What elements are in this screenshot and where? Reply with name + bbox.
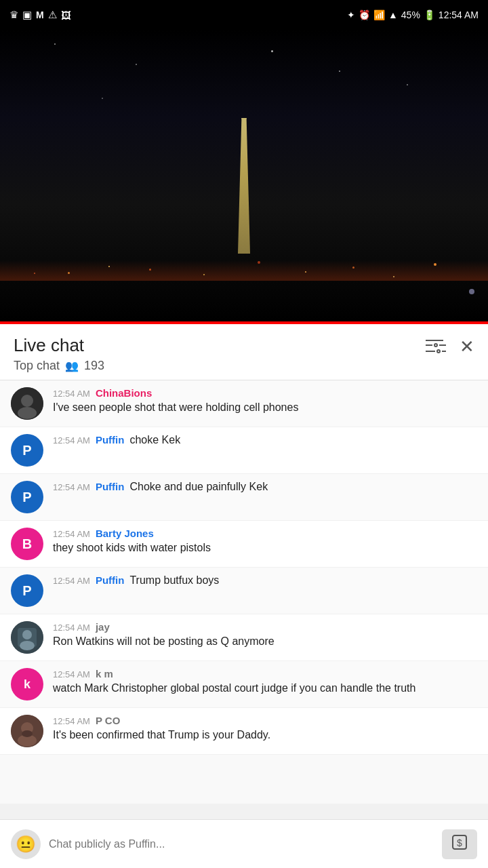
distant-light — [469, 289, 474, 294]
message-meta: 12:54 AM Puffin Trump butfux boys — [53, 574, 477, 587]
message-inline-text: Trump butfux boys — [129, 574, 219, 587]
filter-line-3b — [442, 351, 446, 352]
svg-text:$: $ — [457, 837, 462, 848]
table-row: P 12:54 AM Puffin choke Kek — [0, 427, 488, 474]
table-row: 12:54 AM jay Ron Watkins will not be pos… — [0, 614, 488, 661]
message-inline-text: choke Kek — [129, 434, 180, 446]
send-button[interactable]: $ — [442, 829, 477, 859]
table-row: 12:54 AM ChinaBions I've seen people sho… — [0, 380, 488, 427]
bluetooth-icon: ✦ — [347, 9, 355, 20]
filter-line-2a — [426, 344, 432, 346]
message-meta: 12:54 AM Puffin choke Kek — [53, 434, 477, 446]
status-bar: ♛ ▣ M ⚠ 🖼 ✦ ⏰ 📶 ▲ 45% 🔋 12:54 AM — [0, 0, 488, 30]
star — [407, 84, 408, 85]
chat-header-actions[interactable]: ✕ — [426, 338, 474, 355]
table-row: P 12:54 AM Puffin Choke and due painfull… — [0, 474, 488, 521]
alarm-icon: ⏰ — [359, 9, 370, 20]
filter-knob-2 — [436, 349, 441, 353]
filter-line-3a — [426, 351, 435, 352]
status-icons-left: ♛ ▣ M ⚠ 🖼 — [9, 9, 71, 21]
message-meta: 12:54 AM k m — [53, 668, 477, 679]
battery-text: 45% — [401, 9, 420, 20]
time-display: 12:54 AM — [439, 9, 479, 20]
m-icon: M — [36, 9, 44, 20]
send-icon: $ — [450, 833, 469, 855]
avatar: P — [11, 434, 43, 467]
chat-text-input[interactable] — [49, 829, 434, 859]
video-player[interactable] — [0, 30, 488, 321]
message-content: 12:54 AM Puffin Choke and due painfully … — [53, 481, 477, 493]
crown-icon: ♛ — [9, 9, 18, 21]
message-meta: 12:54 AM P CO — [53, 715, 477, 726]
wifi-icon: 📶 — [373, 9, 385, 20]
avatar — [11, 621, 43, 654]
message-author: ChinaBions — [96, 387, 152, 399]
image-icon: 🖼 — [61, 9, 71, 21]
message-time: 12:54 AM — [53, 529, 90, 539]
table-row: 12:54 AM P CO It's been confirmed that T… — [0, 708, 488, 755]
message-author: Puffin — [96, 574, 125, 586]
star — [271, 50, 273, 52]
top-chat-label: Top chat — [14, 359, 60, 373]
message-author: Puffin — [96, 481, 125, 492]
message-meta: 12:54 AM ChinaBions — [53, 387, 477, 399]
message-time: 12:54 AM — [53, 669, 90, 679]
message-time: 12:54 AM — [53, 435, 90, 446]
filter-knob — [434, 343, 438, 347]
battery-icon: 🔋 — [424, 9, 435, 20]
chat-header: Live chat Top chat 👥 193 ✕ — [0, 324, 488, 380]
svg-point-1 — [21, 395, 33, 407]
table-row: P 12:54 AM Puffin Trump butfux boys — [0, 568, 488, 614]
message-content: 12:54 AM Puffin choke Kek — [53, 434, 477, 446]
avatar — [11, 387, 43, 420]
viewer-count: 193 — [84, 359, 104, 373]
message-time: 12:54 AM — [53, 389, 90, 399]
signal-icon: ▲ — [388, 9, 398, 20]
filter-line-2b — [439, 344, 446, 346]
avatar: k — [11, 668, 43, 701]
message-text: Ron Watkins will not be posting as Q any… — [53, 634, 477, 649]
message-content: 12:54 AM k m watch Mark Christopher glob… — [53, 668, 477, 696]
chat-header-left: Live chat Top chat 👥 193 — [14, 335, 104, 373]
message-meta: 12:54 AM Barty Jones — [53, 528, 477, 539]
message-author: jay — [96, 621, 110, 633]
close-button[interactable]: ✕ — [460, 338, 474, 355]
folder-icon: ▣ — [22, 9, 32, 21]
emoji-button[interactable]: 😐 — [11, 829, 41, 859]
message-text: I've seen people shot that were holding … — [53, 400, 477, 415]
message-content: 12:54 AM ChinaBions I've seen people sho… — [53, 387, 477, 415]
warning-icon: ⚠ — [48, 9, 57, 21]
top-chat-row[interactable]: Top chat 👥 193 — [14, 359, 104, 373]
star — [339, 71, 340, 72]
video-background — [0, 30, 488, 321]
svg-point-10 — [22, 730, 33, 737]
chat-input-bar: 😐 $ — [0, 819, 488, 868]
message-time: 12:54 AM — [53, 482, 90, 492]
emoji-icon: 😐 — [16, 835, 36, 854]
message-text: watch Mark Christopher global postal cou… — [53, 681, 477, 696]
message-meta: 12:54 AM jay — [53, 621, 477, 633]
message-author: Puffin — [96, 434, 125, 446]
status-icons-right: ✦ ⏰ 📶 ▲ 45% 🔋 12:54 AM — [347, 9, 479, 20]
message-content: 12:54 AM Puffin Trump butfux boys — [53, 574, 477, 587]
message-time: 12:54 AM — [53, 716, 90, 726]
table-row: k 12:54 AM k m watch Mark Christopher gl… — [0, 661, 488, 708]
message-meta: 12:54 AM Puffin Choke and due painfully … — [53, 481, 477, 493]
viewers-icon: 👥 — [65, 359, 79, 372]
message-time: 12:54 AM — [53, 623, 90, 633]
message-author: k m — [96, 668, 113, 679]
filter-line-1 — [426, 340, 443, 341]
message-time: 12:54 AM — [53, 576, 90, 586]
message-inline-text: Choke and due painfully Kek — [129, 481, 268, 493]
filter-button[interactable] — [426, 340, 446, 353]
message-text: they shoot kids with water pistols — [53, 540, 477, 555]
avatar: P — [11, 574, 43, 607]
star — [102, 98, 103, 99]
chat-messages-list: 12:54 AM ChinaBions I've seen people sho… — [0, 380, 488, 804]
live-chat-title: Live chat — [14, 335, 104, 356]
message-text: It's been confirmed that Trump is your D… — [53, 728, 477, 743]
svg-point-6 — [20, 641, 35, 650]
avatar: P — [11, 481, 43, 513]
message-content: 12:54 AM Barty Jones they shoot kids wit… — [53, 528, 477, 555]
table-row: B 12:54 AM Barty Jones they shoot kids w… — [0, 521, 488, 568]
